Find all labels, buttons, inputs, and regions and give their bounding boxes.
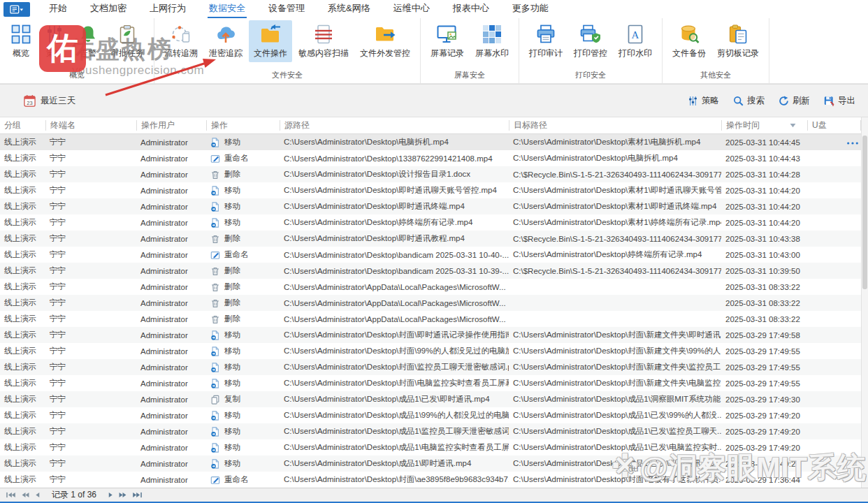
- scrollbar-thumb[interactable]: [862, 136, 867, 289]
- column-header-4[interactable]: 源路径: [280, 120, 509, 131]
- pager-next-button[interactable]: [108, 492, 113, 498]
- ribbon-button-4-0[interactable]: 文件备份: [667, 20, 711, 62]
- filter-down-icon: [790, 123, 803, 128]
- table-row[interactable]: 线上演示宁宁Administrator移动C:\Users\Administra…: [0, 375, 868, 391]
- table-row[interactable]: 线上演示宁宁Administrator删除C:\Users\Administra…: [0, 311, 868, 327]
- toolbar-policy-button[interactable]: 策略: [688, 95, 719, 107]
- date-range-filter[interactable]: 23 最近三天: [24, 94, 75, 107]
- row-more-actions-icon[interactable]: [846, 138, 859, 147]
- menu-tab-2[interactable]: 上网行为: [148, 0, 187, 18]
- cell-terminal: 宁宁: [45, 378, 136, 388]
- table-row[interactable]: 线上演示宁宁Administrator移动C:\Users\Administra…: [0, 359, 868, 375]
- ribbon-button-3-0[interactable]: 打印审计: [524, 20, 567, 62]
- record-count-label: 记录 1 of 36: [52, 489, 96, 501]
- cell-operation: 重命名: [206, 474, 280, 485]
- ribbon-button-label: 文件外发管控: [360, 48, 410, 59]
- menu-tab-8[interactable]: 更多功能: [511, 0, 550, 18]
- pager-fast-prev-button[interactable]: [21, 492, 30, 498]
- cell-user: Administrator: [136, 476, 206, 484]
- vertical-scrollbar[interactable]: [861, 117, 868, 488]
- svg-text:A: A: [632, 29, 639, 41]
- menu-tab-0[interactable]: 开始: [48, 0, 68, 18]
- toolbar-refresh-button[interactable]: 刷新: [779, 95, 810, 107]
- toolbar-export-button[interactable]: 导出: [824, 95, 855, 107]
- toolbar-search-button[interactable]: 搜索: [733, 95, 765, 107]
- menu-tab-7[interactable]: 报表中心: [451, 0, 491, 18]
- pager-first-button[interactable]: [6, 492, 16, 498]
- cell-group: 线上演示: [0, 233, 45, 244]
- menu-tab-3[interactable]: 数据安全: [208, 0, 247, 18]
- cell-source-path: C:\Users\Administrator\Desktop\电脑拆机.mp4: [280, 137, 509, 147]
- table-row[interactable]: 线上演示宁宁Administrator移动C:\Users\Administra…: [0, 407, 868, 423]
- delete-icon: [210, 234, 220, 244]
- menu-tab-6[interactable]: 运维中心: [392, 0, 431, 18]
- table-row[interactable]: 线上演示宁宁Administrator移动C:\Users\Administra…: [0, 198, 868, 214]
- menu-tab-5[interactable]: 系统&网络: [326, 0, 372, 18]
- ribbon-button-3-2[interactable]: A打印水印: [614, 20, 657, 62]
- cell-target-path: C:\$Recycle.Bin\S-1-5-21-326340493-11140…: [509, 170, 721, 179]
- table-row[interactable]: 线上演示宁宁Administrator删除C:\Users\Administra…: [0, 295, 868, 311]
- ribbon-button-4-1[interactable]: 剪切板记录: [712, 20, 764, 62]
- table-row[interactable]: 线上演示宁宁Administrator删除C:\Users\Administra…: [0, 279, 868, 295]
- table-row[interactable]: 线上演示宁宁Administrator移动C:\Users\Administra…: [0, 439, 868, 455]
- table-body: 线上演示宁宁Administrator移动C:\Users\Administra…: [0, 134, 868, 488]
- column-header-6[interactable]: 操作时间: [721, 120, 807, 131]
- cell-source-path: C:\Users\Administrator\Desktop\封面\即时通讯记录…: [280, 330, 509, 340]
- cell-time: 2025-03-31 08:33:22: [721, 299, 807, 307]
- table-row[interactable]: 线上演示宁宁Administrator重命名C:\Users\Administr…: [0, 472, 868, 488]
- ribbon-button-0-0[interactable]: 概览: [5, 20, 37, 62]
- cell-operation: 移动: [206, 201, 280, 212]
- column-header-3[interactable]: 操作: [206, 120, 280, 131]
- ribbon-button-1-3[interactable]: 敏感内容扫描: [294, 20, 354, 62]
- menu-tab-4[interactable]: 设备管理: [267, 0, 306, 18]
- table-row[interactable]: 线上演示宁宁Administrator删除C:\Users\Administra…: [0, 263, 868, 279]
- table-row[interactable]: 线上演示宁宁Administrator删除C:\Users\Administra…: [0, 166, 868, 182]
- cell-group: 线上演示: [0, 378, 45, 388]
- table-row[interactable]: 线上演示宁宁Administrator复制C:\Users\Administra…: [0, 391, 868, 407]
- cell-time: 2025-03-31 08:33:22: [721, 283, 807, 291]
- pager-fast-next-button[interactable]: [118, 492, 127, 498]
- cell-group: 线上演示: [0, 362, 45, 372]
- table-row[interactable]: 线上演示宁宁Administrator移动C:\Users\Administra…: [0, 134, 868, 150]
- ribbon-button-1-0[interactable]: 流转追溯: [159, 20, 203, 62]
- menu-tab-1[interactable]: 文档加密: [89, 0, 128, 18]
- ribbon-button-2-0[interactable]: 屏幕记录: [426, 20, 469, 62]
- ribbon-button-0-2[interactable]: 告警: [72, 20, 104, 62]
- ribbon-button-0-3[interactable]: 审批任务: [106, 20, 149, 62]
- cell-time: 2025-03-29 17:49:20: [721, 444, 807, 452]
- column-header-2[interactable]: 操作用户: [136, 120, 206, 131]
- ribbon-group-2: 屏幕记录屏幕水印屏幕安全: [421, 18, 519, 83]
- ribbon-button-0-1[interactable]: 策略: [38, 20, 71, 62]
- app-menu-icon: [10, 5, 24, 14]
- ribbon-button-2-1[interactable]: 屏幕水印: [470, 20, 514, 62]
- delete-icon: [210, 314, 220, 324]
- cell-source-path: C:\Users\Administrator\Desktop\bandicam …: [280, 267, 509, 275]
- table-row[interactable]: 线上演示宁宁Administrator重命名C:\Users\Administr…: [0, 150, 868, 166]
- ribbon-button-1-4[interactable]: 文件外发管控: [355, 20, 415, 62]
- table-row[interactable]: 线上演示宁宁Administrator移动C:\Users\Administra…: [0, 455, 868, 472]
- column-header-1[interactable]: 终端名: [45, 120, 136, 131]
- table-row[interactable]: 线上演示宁宁Administrator重命名C:\Users\Administr…: [0, 247, 868, 263]
- ribbon-button-1-1[interactable]: 泄密追踪: [204, 20, 247, 62]
- table-row[interactable]: 线上演示宁宁Administrator移动C:\Users\Administra…: [0, 214, 868, 231]
- file-backup-icon: [679, 24, 700, 44]
- column-header-5[interactable]: 目标路径: [509, 120, 721, 131]
- cell-user: Administrator: [136, 411, 206, 420]
- table-row[interactable]: 线上演示宁宁Administrator移动C:\Users\Administra…: [0, 327, 868, 343]
- table-row[interactable]: 线上演示宁宁Administrator删除C:\Users\Administra…: [0, 231, 868, 247]
- app-menu-button[interactable]: [3, 2, 30, 17]
- ribbon-button-1-2[interactable]: 文件操作: [249, 20, 292, 62]
- column-header-7[interactable]: U盘: [807, 120, 861, 131]
- move-file-icon: [210, 363, 220, 372]
- ribbon-button-3-1[interactable]: 打印管控: [569, 20, 612, 62]
- table-row[interactable]: 线上演示宁宁Administrator移动C:\Users\Administra…: [0, 182, 868, 198]
- cell-terminal: 宁宁: [45, 249, 136, 260]
- pager-prev-button[interactable]: [35, 492, 41, 498]
- table-row[interactable]: 线上演示宁宁Administrator移动C:\Users\Administra…: [0, 343, 868, 359]
- pager-last-button[interactable]: [132, 492, 143, 498]
- cell-operation: 移动: [206, 426, 280, 437]
- table-row[interactable]: 线上演示宁宁Administrator移动C:\Users\Administra…: [0, 423, 868, 439]
- column-header-0[interactable]: 分组: [0, 120, 45, 131]
- leak-trace-icon: [215, 24, 236, 44]
- cell-time: 2025-03-29 17:49:55: [721, 363, 807, 372]
